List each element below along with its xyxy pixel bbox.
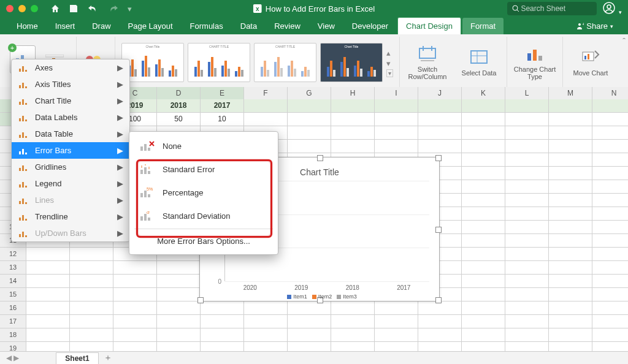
col-L[interactable]: L bbox=[505, 87, 549, 99]
std-dev-icon: σ bbox=[139, 210, 155, 221]
svg-rect-22 bbox=[538, 56, 542, 61]
menu-item-gridlines[interactable]: Gridlines▶ bbox=[12, 159, 129, 175]
chart-legend[interactable]: Item1Item2Item3 bbox=[200, 294, 439, 300]
tab-formulas[interactable]: Formulas bbox=[182, 18, 231, 34]
svg-rect-44 bbox=[19, 168, 21, 171]
tab-insert[interactable]: Insert bbox=[47, 18, 83, 34]
chart-styles-scroller[interactable]: ▴▾▾ bbox=[386, 48, 393, 77]
submenu-item-std-error[interactable]: Standard Error bbox=[129, 157, 278, 181]
std-error-icon bbox=[139, 164, 155, 175]
tab-format[interactable]: Format bbox=[462, 18, 504, 34]
svg-rect-65 bbox=[140, 193, 143, 197]
submenu-item-percentage[interactable]: 5%Percentage bbox=[129, 181, 278, 204]
svg-rect-47 bbox=[19, 184, 21, 188]
svg-rect-29 bbox=[19, 85, 21, 88]
svg-rect-40 bbox=[25, 136, 27, 138]
svg-rect-63 bbox=[144, 167, 147, 174]
svg-rect-27 bbox=[22, 66, 24, 72]
undo-icon[interactable] bbox=[87, 4, 101, 13]
maximize-window-icon[interactable] bbox=[31, 5, 38, 12]
tab-page-layout[interactable]: Page Layout bbox=[120, 18, 181, 34]
search-sheet[interactable] bbox=[507, 2, 597, 15]
home-icon[interactable] bbox=[50, 4, 60, 13]
resize-handle[interactable] bbox=[435, 155, 442, 161]
col-H[interactable]: H bbox=[331, 87, 375, 99]
move-chart-button[interactable]: Move Chart bbox=[569, 48, 612, 77]
tab-review[interactable]: Review bbox=[266, 18, 308, 34]
svg-rect-71 bbox=[148, 218, 150, 221]
trendline-icon bbox=[18, 213, 29, 221]
resize-handle[interactable] bbox=[435, 227, 442, 233]
col-M[interactable]: M bbox=[549, 87, 592, 99]
svg-rect-31 bbox=[25, 86, 27, 88]
svg-rect-33 bbox=[22, 99, 24, 105]
menu-item-error-bars[interactable]: Error Bars▶ bbox=[12, 142, 129, 159]
svg-rect-51 bbox=[22, 199, 24, 204]
tab-draw[interactable]: Draw bbox=[84, 18, 118, 34]
svg-rect-42 bbox=[22, 149, 24, 154]
col-J[interactable]: J bbox=[418, 87, 462, 99]
menu-item-chart-title[interactable]: Chart Title▶ bbox=[12, 93, 129, 109]
redo-icon[interactable] bbox=[109, 4, 119, 13]
menu-item-trendline[interactable]: Trendline▶ bbox=[12, 208, 129, 225]
menu-item-axes[interactable]: Axes▶ bbox=[12, 59, 129, 76]
document-title: x How to Add Error Bars in Excel bbox=[253, 4, 375, 13]
col-G[interactable]: G bbox=[288, 87, 331, 99]
col-E[interactable]: E bbox=[201, 87, 244, 99]
col-I[interactable]: I bbox=[375, 87, 418, 99]
collapse-ribbon-icon[interactable]: ˆ bbox=[622, 37, 626, 47]
svg-rect-56 bbox=[19, 234, 21, 237]
col-F[interactable]: F bbox=[244, 87, 288, 99]
chart-style-3[interactable]: CHART TITLE bbox=[254, 43, 316, 82]
svg-rect-41 bbox=[19, 151, 21, 154]
search-input[interactable] bbox=[519, 4, 583, 13]
add-sheet-button[interactable]: ＋ bbox=[104, 352, 112, 363]
svg-rect-43 bbox=[25, 153, 27, 154]
menu-item-data-table[interactable]: Data Table▶ bbox=[12, 126, 129, 142]
submenu-item-none[interactable]: None bbox=[129, 134, 278, 157]
sheet-nav[interactable]: ◀ ▶ bbox=[0, 354, 25, 362]
svg-rect-21 bbox=[533, 50, 537, 61]
chart-x-labels: 2020201920182017 bbox=[224, 284, 429, 291]
chart-style-2[interactable]: CHART TITLE bbox=[188, 43, 250, 82]
menu-item-legend[interactable]: Legend▶ bbox=[12, 175, 129, 192]
error-bars-submenu: NoneStandard Error5%PercentageσStandard … bbox=[129, 131, 278, 255]
select-data-button[interactable]: Select Data bbox=[458, 48, 500, 77]
svg-rect-45 bbox=[22, 165, 24, 171]
tab-developer[interactable]: Developer bbox=[344, 18, 396, 34]
menu-item-updown: Up/Down Bars▶ bbox=[12, 225, 129, 241]
change-chart-type-button[interactable]: Change Chart Type bbox=[513, 45, 556, 80]
minimize-window-icon[interactable] bbox=[18, 5, 26, 12]
svg-text:5%: 5% bbox=[147, 187, 153, 191]
svg-rect-62 bbox=[140, 170, 143, 174]
chart-style-1[interactable]: Chart Title bbox=[121, 43, 184, 82]
svg-rect-66 bbox=[144, 191, 147, 197]
switch-row-column-button[interactable]: Switch Row/Column bbox=[406, 45, 449, 80]
sheet-tab-1[interactable]: Sheet1 bbox=[56, 352, 98, 364]
tab-home[interactable]: Home bbox=[9, 18, 46, 34]
tab-data[interactable]: Data bbox=[232, 18, 265, 34]
resize-handle[interactable] bbox=[317, 155, 323, 161]
col-K[interactable]: K bbox=[462, 87, 505, 99]
chart-style-4[interactable]: Chart Title bbox=[320, 43, 383, 82]
user-account-icon[interactable]: ▾ bbox=[603, 2, 622, 16]
tab-chart-design[interactable]: Chart Design bbox=[397, 17, 461, 34]
axes-icon bbox=[18, 64, 29, 72]
menu-item-axis-titles[interactable]: Axis Titles▶ bbox=[12, 76, 129, 93]
menu-item-data-labels[interactable]: Data Labels▶ bbox=[12, 109, 129, 126]
tab-view[interactable]: View bbox=[310, 18, 343, 34]
svg-text:+: + bbox=[582, 22, 584, 27]
data-table-icon bbox=[18, 130, 29, 138]
svg-rect-49 bbox=[25, 186, 27, 188]
svg-rect-46 bbox=[25, 169, 27, 171]
close-window-icon[interactable] bbox=[6, 5, 13, 12]
qat-dropdown-icon[interactable]: ▾ bbox=[128, 4, 132, 13]
svg-rect-34 bbox=[25, 103, 27, 105]
svg-rect-69 bbox=[140, 216, 143, 221]
save-icon[interactable] bbox=[69, 4, 78, 13]
share-button[interactable]: + Share ▾ bbox=[569, 18, 619, 34]
col-N[interactable]: N bbox=[592, 87, 628, 99]
submenu-item-std-dev[interactable]: σStandard Deviation bbox=[129, 204, 278, 227]
col-D[interactable]: D bbox=[157, 87, 201, 99]
more-error-bars-options[interactable]: More Error Bars Options... bbox=[129, 230, 278, 252]
